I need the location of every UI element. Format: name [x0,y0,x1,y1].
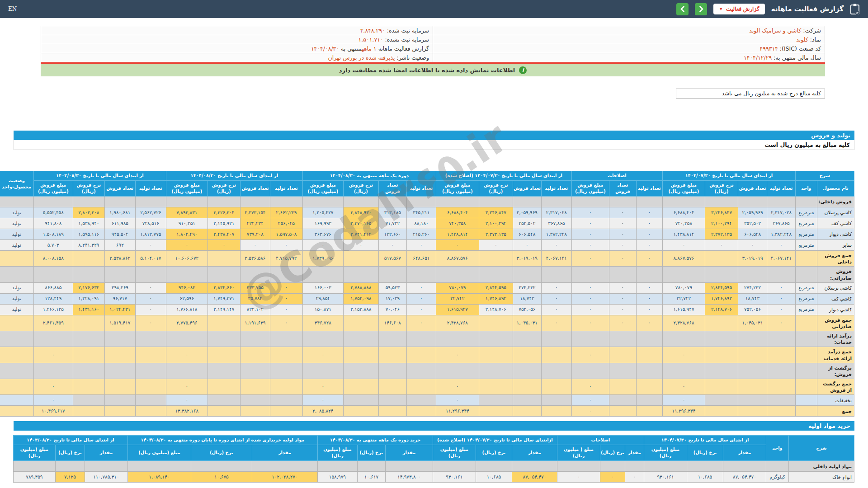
cell-status: تولید [0,293,33,304]
cell-value: ۰ [436,347,479,363]
cell-value: ۳۵۲,۵۰۲ [738,218,767,229]
cell-value [104,197,135,207]
cell-value: ۵۹,۵۲۳ [378,282,406,293]
cell-value [479,197,513,207]
column-group-header: دوره یک ماهه منتهی به ۱۴۰۴/۰۸/۳۰ [302,171,436,181]
cell-value: ۱,۵۰۸,۱۸۹ [33,229,73,240]
cell-value: ۰ [166,379,208,395]
company-info-cell: سرمایه ثبت شده: ۳,۸۴۸,۲۹۰ [41,26,433,35]
cell-value [343,395,378,406]
column-header: تعداد تولید [541,181,571,197]
cell-value [104,347,135,363]
cell-value: ۰ [270,282,302,293]
cell-value: ۶۰۶,۵۴۸ [738,229,767,240]
cell-value [636,347,662,363]
cell-value: ۱۰,۶۸۵ [687,472,723,483]
column-header: تعداد تولید [135,181,166,197]
cell-value [240,347,270,363]
cell-value: ۱۳۲,۶۶۰ [378,229,406,240]
cell-value [343,406,378,417]
cell-product-name: کاشي کف [817,218,854,229]
cell-value [705,395,738,406]
company-info-cell: وضعیت ناشر: پذیرفته شده در بورس تهران [41,53,433,62]
cell-value [705,347,738,363]
cell-value: ۰ [302,379,343,395]
prev-report-button[interactable] [676,3,689,15]
company-info-table: شرکت: کاشي و سرامیک الوندسرمایه ثبت شده:… [41,26,825,62]
column-header: نرخ (ریال) [191,445,252,461]
cell-value [343,315,378,331]
cell-value: ۳۶۷,۸۶۵ [541,218,571,229]
cell-value [343,197,378,207]
column-header: مقدار [385,445,433,461]
cell-value [378,406,406,417]
cell-value: ۲,۳۷۳,۱۵۴ [240,207,270,218]
cell-value: ۰ [609,240,636,251]
cell-value [33,331,73,347]
cell-value [73,197,104,207]
cell-value [767,406,795,417]
cell-value [541,363,571,379]
cell-value: ۲۷۴,۲۳۲ [738,282,767,293]
cell-value: ۷,۸۹۳,۸۳۱ [166,207,208,218]
cell-value: ۰ [636,218,662,229]
cell-value [343,379,378,395]
cell-value: ۷۸۹,۳۵۹ [13,472,55,483]
cell-value: ۴,۰۶۷,۱۴۱ [767,251,795,267]
cell-value [33,363,73,379]
cell-unit: مترمربع [795,293,817,304]
cell-value [541,395,571,406]
cell-value: ۰ [636,282,662,293]
cell-value [208,251,240,267]
cell-product-name: برگشت از فروش: [817,363,854,379]
cell-value [738,363,767,379]
cell-value: ۰ [406,240,436,251]
cell-value: ۱,۰۸۹,۱۴۰ [127,472,191,483]
table-section-row: برگشت از فروش: [0,363,854,379]
column-header: نرخ فروش (ریال) [73,181,104,197]
table-row: کاشي کفمترمربع۰۱۸,۷۴۳۱,۷۴۶,۸۹۲۳۲,۷۴۲۰۰۰۰… [0,293,854,304]
column-group-header: خرید دوره یک ماهه منتهی به ۱۴۰۴/۰۸/۳۰ [317,436,433,445]
column-header: تعداد فروش [738,181,767,197]
cell-value [73,267,104,282]
table-row: جمع درآمد ارائه خدمات۰۰۰۰۰۰ [0,347,854,363]
cell-value: ۰ [270,304,302,315]
report-type-dropdown[interactable]: گزارش فعالیت ▼ [713,4,765,14]
cell-value: ۲,۴۳۸,۴۰۷ [208,229,240,240]
cell-value [270,395,302,406]
cell-value [166,267,208,282]
cell-value: ۱۰,۶۷۵ [191,472,252,483]
cell-unit: مترمربع [795,218,817,229]
cell-value [687,461,723,472]
table-row: کاشي دیوارمترمربع۱,۳۸۲,۲۴۸۶۰۶,۵۴۸۲,۳۷۲,۱… [0,229,854,240]
cell-value [705,251,738,267]
cell-value [723,461,766,472]
cell-value: ۱,۷۵۲,۰۹۸ [343,293,378,304]
table-section-row: مواد اولیه داخلی [13,461,854,472]
cell-value: ۱۰۲,۰۲۸,۲۷۰ [252,472,317,483]
cell-product-name: کاشي پرسلان [817,207,854,218]
cell-value: ۸۸,۱۸۰ [406,218,436,229]
cell-value: ۰ [609,251,636,267]
cell-value: ۸,۲۴۱,۳۲۹ [73,240,104,251]
cell-value: ۱,۷۶۶,۸۱۸ [166,304,208,315]
cell-value: ۰ [33,347,73,363]
table-row: جمع فروش داخلی۴,۰۶۷,۱۴۱۳,۰۱۹,۰۱۹۸,۸۶۷,۵۷… [0,251,854,267]
cell-product-name: فروش صادراتی: [817,267,854,282]
cell-value: ۰ [609,229,636,240]
cell-status: تولید [0,218,33,229]
language-switch-link[interactable]: EN [8,6,17,12]
next-report-button[interactable] [695,3,707,15]
cell-value: ۹۱۰,۳۵۱ [166,218,208,229]
cell-value [357,461,385,472]
cell-value: ۳۴۵,۲۱۱ [406,207,436,218]
column-group-header: شرح [795,171,854,181]
cell-value: ۳۱۳,۱۸۵ [378,207,406,218]
cell-value [662,197,705,207]
cell-value [662,267,705,282]
company-info-row: شرکت: کاشي و سرامیک الوندسرمایه ثبت شده:… [41,26,825,35]
cell-value [208,267,240,282]
cell-value [127,461,191,472]
cell-value [73,406,104,417]
cell-value [343,347,378,363]
